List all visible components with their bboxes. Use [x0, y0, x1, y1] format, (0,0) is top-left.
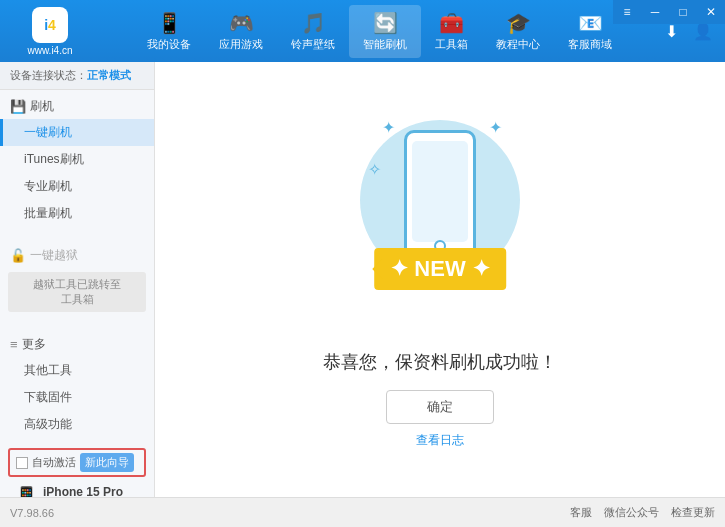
- jailbreak-disabled-text: 越狱工具已跳转至工具箱: [33, 278, 121, 305]
- nav-tools-icon: 🧰: [439, 11, 464, 35]
- nav-tools-label: 工具箱: [435, 37, 468, 52]
- more-section-label: 更多: [22, 336, 46, 353]
- footer-link-update[interactable]: 检查更新: [671, 505, 715, 520]
- nav-app-game-label: 应用游戏: [219, 37, 263, 52]
- confirm-button[interactable]: 确定: [386, 390, 494, 424]
- auto-activate-label: 自动激活: [32, 455, 76, 470]
- footer-version: V7.98.66: [10, 507, 54, 519]
- nav-service-icon: 📧: [578, 11, 603, 35]
- nav-smart-flash-icon: 🔄: [373, 11, 398, 35]
- footer: V7.98.66 客服 微信公众号 检查更新: [0, 497, 725, 527]
- jailbreak-disabled-box: 越狱工具已跳转至工具箱: [8, 272, 146, 312]
- sidebar-item-download-firmware-label: 下载固件: [24, 390, 72, 404]
- footer-link-service[interactable]: 客服: [570, 505, 592, 520]
- nav-my-device[interactable]: 📱 我的设备: [133, 5, 205, 58]
- nav-smart-flash-label: 智能刷机: [363, 37, 407, 52]
- sidebar-item-advanced[interactable]: 高级功能: [0, 411, 154, 438]
- quick-guide-btn[interactable]: 新此向导: [80, 453, 134, 472]
- jailbreak-section: 🔓 一键越狱 越狱工具已跳转至工具箱: [0, 239, 154, 320]
- sidebar: 设备连接状态：正常模式 💾 刷机 一键刷机 iTunes刷机 专业刷机 批量刷机: [0, 62, 155, 497]
- more-section-icon: ≡: [10, 337, 18, 352]
- logo-text: www.i4.cn: [27, 45, 72, 56]
- sidebar-item-download-firmware[interactable]: 下载固件: [0, 384, 154, 411]
- device-details: iPhone 15 Pro Max 512GB iPhone: [43, 485, 140, 497]
- nav-smart-flash[interactable]: 🔄 智能刷机: [349, 5, 421, 58]
- minimize-btn[interactable]: ─: [641, 0, 669, 24]
- sparkle-2: ✦: [489, 118, 502, 137]
- success-image: ✦ ✦ ✧ ✦ NEW ✦: [340, 110, 540, 330]
- sidebar-item-batch-flash-label: 批量刷机: [24, 206, 72, 220]
- status-bar: 设备连接状态：正常模式: [0, 62, 154, 90]
- more-section: ≡ 更多 其他工具 下载固件 高级功能: [0, 328, 154, 442]
- nav-items: 📱 我的设备 🎮 应用游戏 🎵 铃声壁纸 🔄 智能刷机 🧰 工具箱 🎓 教程中心…: [100, 5, 659, 58]
- flash-section-label: 刷机: [30, 98, 54, 115]
- sidebar-item-one-key-flash-label: 一键刷机: [24, 125, 72, 139]
- nav-tools[interactable]: 🧰 工具箱: [421, 5, 482, 58]
- nav-ringtone-icon: 🎵: [301, 11, 326, 35]
- sidebar-item-other-tools[interactable]: 其他工具: [0, 357, 154, 384]
- new-banner: ✦ NEW ✦: [374, 248, 506, 290]
- sidebar-item-itunes-flash-label: iTunes刷机: [24, 152, 84, 166]
- content-area: ✦ ✦ ✧ ✦ NEW ✦ 恭喜您，保资料刷机成功啦！ 确定 查看日志: [155, 62, 725, 497]
- nav-tutorials-icon: 🎓: [506, 11, 531, 35]
- nav-app-game[interactable]: 🎮 应用游戏: [205, 5, 277, 58]
- window-controls: ≡ ─ □ ✕: [613, 0, 725, 24]
- jailbreak-section-header: 🔓 一键越狱: [0, 243, 154, 268]
- maximize-btn[interactable]: □: [669, 0, 697, 24]
- flash-section: 💾 刷机 一键刷机 iTunes刷机 专业刷机 批量刷机: [0, 90, 154, 231]
- more-section-header[interactable]: ≡ 更多: [0, 332, 154, 357]
- nav-tutorials-label: 教程中心: [496, 37, 540, 52]
- main: 设备连接状态：正常模式 💾 刷机 一键刷机 iTunes刷机 专业刷机 批量刷机: [0, 62, 725, 497]
- sidebar-item-other-tools-label: 其他工具: [24, 363, 72, 377]
- log-link[interactable]: 查看日志: [416, 432, 464, 449]
- nav-tutorials[interactable]: 🎓 教程中心: [482, 5, 554, 58]
- nav-my-device-label: 我的设备: [147, 37, 191, 52]
- device-name: iPhone 15 Pro Max: [43, 485, 140, 497]
- jailbreak-icon: 🔓: [10, 248, 26, 263]
- phone-screen: [412, 141, 468, 242]
- logo-icon: i4: [32, 7, 68, 43]
- status-mode: 正常模式: [87, 69, 131, 81]
- status-label: 设备连接状态：: [10, 69, 87, 81]
- flash-section-icon: 💾: [10, 99, 26, 114]
- nav-service-label: 客服商域: [568, 37, 612, 52]
- sparkle-1: ✦: [382, 118, 395, 137]
- flash-section-header[interactable]: 💾 刷机: [0, 94, 154, 119]
- nav-my-device-icon: 📱: [157, 11, 182, 35]
- device-info: 📱 iPhone 15 Pro Max 512GB iPhone: [8, 481, 146, 497]
- auto-activate-checkbox[interactable]: [16, 457, 28, 469]
- jailbreak-label: 一键越狱: [30, 247, 78, 264]
- sidebar-item-itunes-flash[interactable]: iTunes刷机: [0, 146, 154, 173]
- close-btn[interactable]: ✕: [697, 0, 725, 24]
- nav-app-game-icon: 🎮: [229, 11, 254, 35]
- settings-btn[interactable]: ≡: [613, 0, 641, 24]
- sidebar-item-advanced-label: 高级功能: [24, 417, 72, 431]
- nav-ringtone-label: 铃声壁纸: [291, 37, 335, 52]
- device-phone-icon: 📱: [14, 485, 39, 497]
- footer-links: 客服 微信公众号 检查更新: [570, 505, 715, 520]
- footer-link-wechat[interactable]: 微信公众号: [604, 505, 659, 520]
- sparkle-3: ✧: [368, 160, 381, 179]
- sidebar-item-pro-flash[interactable]: 专业刷机: [0, 173, 154, 200]
- logo-area: i4 www.i4.cn: [10, 7, 90, 56]
- sidebar-item-batch-flash[interactable]: 批量刷机: [0, 200, 154, 227]
- nav-ringtone[interactable]: 🎵 铃声壁纸: [277, 5, 349, 58]
- sidebar-item-one-key-flash[interactable]: 一键刷机: [0, 119, 154, 146]
- success-text: 恭喜您，保资料刷机成功啦！: [323, 350, 557, 374]
- phone-body: [404, 130, 476, 260]
- sidebar-item-pro-flash-label: 专业刷机: [24, 179, 72, 193]
- auto-activate-row: 自动激活 新此向导: [8, 448, 146, 477]
- sidebar-bottom: 自动激活 新此向导 📱 iPhone 15 Pro Max 512GB iPho…: [0, 442, 154, 497]
